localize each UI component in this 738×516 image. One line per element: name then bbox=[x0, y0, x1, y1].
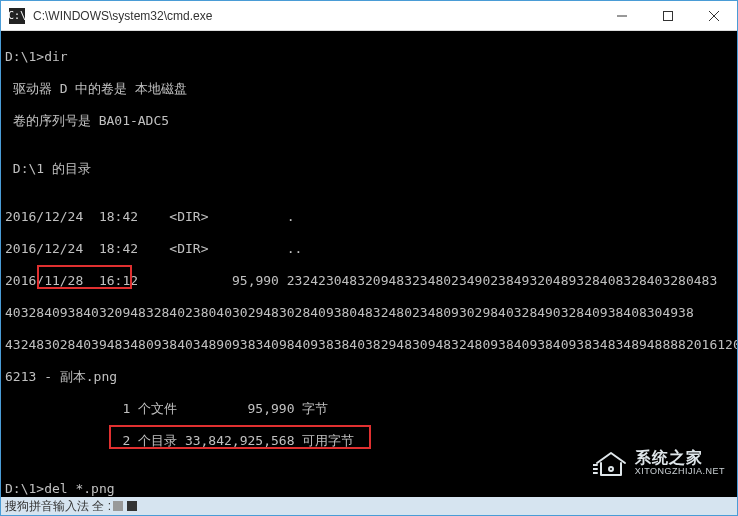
term-line: D:\1>dir bbox=[5, 49, 733, 65]
term-line: D:\1>del *.png bbox=[5, 481, 733, 497]
watermark: 系统之家 XITONGZHIJIA.NET bbox=[593, 449, 725, 477]
ime-status-text: 搜狗拼音输入法 全 : bbox=[5, 498, 111, 515]
watermark-cn: 系统之家 bbox=[635, 449, 725, 467]
term-line: 2016/11/28 16:12 95,990 2324230483209483… bbox=[5, 273, 733, 289]
term-line: 2016/12/24 18:42 <DIR> .. bbox=[5, 241, 733, 257]
ime-mode-icon bbox=[127, 501, 137, 511]
term-line: 1 个文件 95,990 字节 bbox=[5, 401, 733, 417]
term-line: 2016/12/24 18:42 <DIR> . bbox=[5, 209, 733, 225]
close-button[interactable] bbox=[691, 1, 737, 31]
term-line: 2 个目录 33,842,925,568 可用字节 bbox=[5, 433, 733, 449]
term-line: 4032840938403209483284023804030294830284… bbox=[5, 305, 733, 321]
term-line: D:\1 的目录 bbox=[5, 161, 733, 177]
term-line: 驱动器 D 中的卷是 本地磁盘 bbox=[5, 81, 733, 97]
term-line: 6213 - 副本.png bbox=[5, 369, 733, 385]
ime-mode-icon bbox=[113, 501, 123, 511]
window-titlebar: C:\ C:\WINDOWS\system32\cmd.exe bbox=[1, 1, 737, 31]
watermark-en: XITONGZHIJIA.NET bbox=[635, 467, 725, 477]
svg-rect-1 bbox=[664, 11, 673, 20]
term-line: 卷的序列号是 BA01-ADC5 bbox=[5, 113, 733, 129]
maximize-button[interactable] bbox=[645, 1, 691, 31]
svg-point-4 bbox=[609, 467, 613, 471]
ime-status-bar: 搜狗拼音输入法 全 : bbox=[1, 497, 737, 515]
term-line: 4324830284039483480938403489093834098409… bbox=[5, 337, 733, 353]
terminal-output[interactable]: D:\1>dir 驱动器 D 中的卷是 本地磁盘 卷的序列号是 BA01-ADC… bbox=[1, 31, 737, 499]
window-title: C:\WINDOWS\system32\cmd.exe bbox=[33, 9, 599, 23]
window-controls bbox=[599, 1, 737, 31]
minimize-button[interactable] bbox=[599, 1, 645, 31]
app-icon: C:\ bbox=[9, 8, 25, 24]
house-icon bbox=[593, 449, 629, 477]
